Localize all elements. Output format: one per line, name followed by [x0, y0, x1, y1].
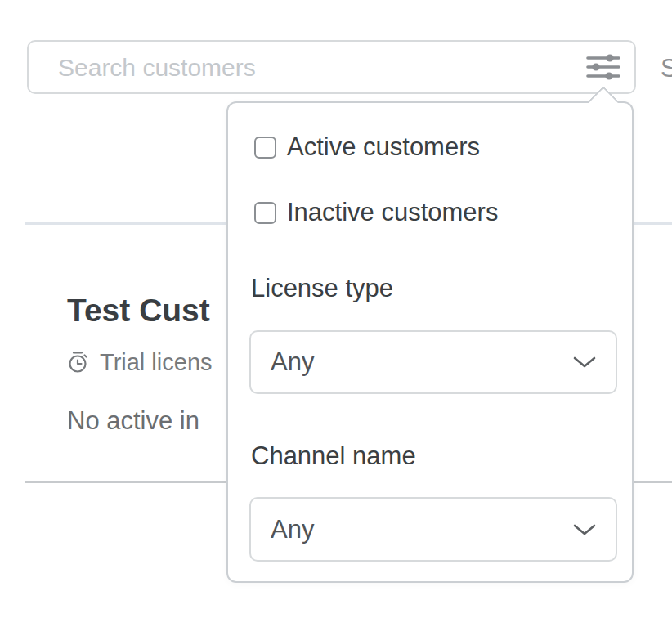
active-customers-label[interactable]: Active customers — [287, 132, 480, 162]
search-input[interactable] — [56, 42, 575, 94]
active-customers-checkbox[interactable] — [254, 137, 276, 159]
license-type-label: License type — [251, 271, 393, 306]
trial-license-row: Trial licens — [65, 349, 213, 375]
channel-name-label: Channel name — [251, 439, 416, 473]
chevron-down-icon — [573, 523, 596, 536]
sliders-icon — [586, 53, 620, 81]
inactive-customers-label[interactable]: Inactive customers — [287, 198, 498, 227]
inactive-customers-checkbox-row[interactable]: Inactive customers — [254, 198, 498, 227]
channel-name-select-value: Any — [271, 515, 573, 544]
truncated-right-text[interactable]: S — [661, 54, 672, 83]
inactive-customers-checkbox[interactable] — [254, 202, 276, 224]
filter-popover: Active customers Inactive customers Lice… — [226, 101, 634, 583]
search-bar — [27, 40, 636, 94]
active-customers-checkbox-row[interactable]: Active customers — [254, 132, 480, 162]
chevron-down-icon — [573, 356, 596, 369]
customer-name-heading: Test Cust — [67, 292, 210, 329]
channel-name-select[interactable]: Any — [249, 497, 617, 562]
license-type-select[interactable]: Any — [249, 330, 617, 394]
no-active-status-text: No active in — [67, 406, 199, 436]
license-type-select-value: Any — [271, 347, 573, 377]
trial-license-label: Trial licens — [100, 349, 213, 375]
timer-icon — [65, 350, 90, 374]
filter-button[interactable] — [584, 50, 623, 84]
